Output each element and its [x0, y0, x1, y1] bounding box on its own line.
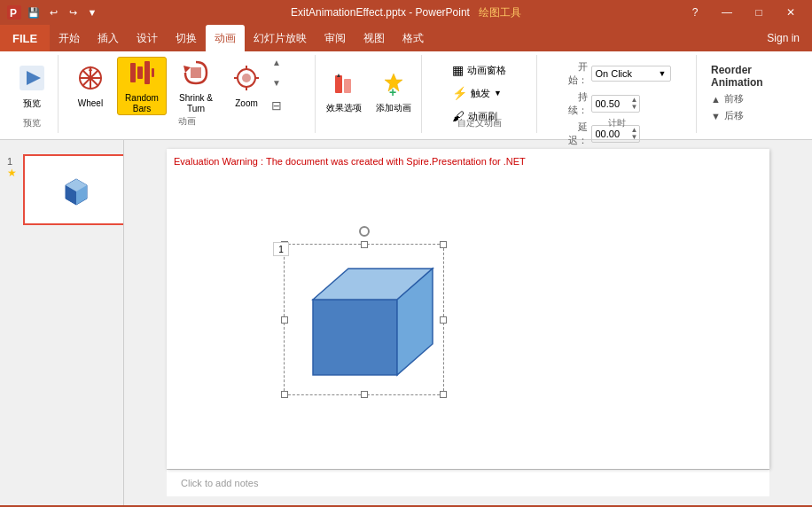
start-dropdown[interactable]: On Click ▼	[591, 66, 671, 82]
trigger-button[interactable]: ⚡ 触发 ▼	[447, 83, 511, 103]
file-menu[interactable]: FILE	[0, 25, 50, 51]
minimize-button[interactable]: —	[713, 0, 741, 25]
preview-icon	[18, 64, 46, 97]
drawing-tools-label: 绘图工具	[479, 6, 521, 19]
shrink-turn-label: Shrink & Turn	[170, 93, 222, 114]
notes-area[interactable]: Click to add notes	[167, 469, 769, 496]
menu-view[interactable]: 视图	[355, 25, 394, 51]
duration-input[interactable]	[596, 98, 631, 109]
wheel-animation-button[interactable]: Wheel	[66, 57, 115, 115]
more-animations-arrow[interactable]: ⊟	[271, 98, 282, 115]
trigger-arrow-icon: ▼	[494, 89, 502, 98]
handle-bottom-middle[interactable]	[361, 391, 368, 398]
handle-middle-right[interactable]	[440, 316, 447, 324]
shrink-turn-animation-button[interactable]: Shrink & Turn	[168, 57, 223, 115]
animation-scroll: ▲ ▼ ⊟	[271, 57, 282, 115]
help-button[interactable]: ?	[681, 0, 709, 25]
menu-insert[interactable]: 插入	[89, 25, 128, 51]
duration-down-button[interactable]: ▼	[631, 104, 638, 111]
svg-text:P: P	[10, 7, 17, 20]
animation-pane-label: 动画窗格	[467, 64, 506, 77]
start-label: 开始：	[563, 60, 588, 87]
animation-pane-button[interactable]: ▦ 动画窗格	[447, 60, 511, 80]
start-row: 开始： On Click ▼	[563, 60, 671, 87]
menu-transition[interactable]: 切换	[167, 25, 206, 51]
handle-top-middle[interactable]	[361, 241, 368, 248]
slide-thumb-cube-icon	[59, 172, 94, 207]
custom-animation-group-label: 自定义动画	[457, 117, 502, 129]
preview-button[interactable]: 预览	[9, 57, 55, 115]
menu-start[interactable]: 开始	[50, 25, 89, 51]
selection-box	[284, 244, 444, 395]
slide-thumbnail-container: 1 ★	[23, 154, 118, 225]
rotate-handle[interactable]	[359, 226, 370, 237]
move-later-button[interactable]: ▼ 后移	[711, 109, 744, 122]
main-area: 1 ★ Evaluation Warning : The document wa…	[0, 140, 812, 505]
reorder-group: Reorder Animation ▲ 前移 ▼ 后移	[697, 55, 803, 133]
zoom-animation-button[interactable]: Zoom	[225, 57, 268, 115]
duration-field[interactable]: ▲ ▼	[591, 95, 640, 113]
handle-middle-left[interactable]	[281, 316, 288, 324]
redo-icon[interactable]: ↪	[66, 5, 80, 20]
delay-label: 延迟：	[563, 121, 588, 147]
slide-number: 1	[7, 156, 12, 167]
menu-review[interactable]: 审阅	[316, 25, 355, 51]
delay-input[interactable]	[596, 129, 631, 139]
menu-animation[interactable]: 动画	[206, 25, 245, 51]
svg-rect-13	[152, 68, 154, 77]
slide-thumbnail[interactable]	[23, 154, 124, 225]
preview-label: 预览	[23, 98, 41, 109]
trigger-label: 触发	[471, 87, 490, 100]
cube-container[interactable]: 1	[291, 251, 437, 388]
move-earlier-button[interactable]: ▲ 前移	[711, 92, 744, 105]
more-icon[interactable]: ▼	[85, 5, 99, 20]
preview-group-label: 预览	[23, 117, 41, 129]
animation-group-label: 动画	[66, 115, 308, 131]
ribbon: 预览 预览	[0, 51, 812, 140]
window-controls: ? — □ ✕	[681, 0, 805, 25]
reorder-items: Reorder Animation ▲ 前移 ▼ 后移	[704, 57, 796, 122]
svg-rect-22	[335, 75, 342, 93]
title-bar-left: P 💾 ↩ ↪ ▼	[7, 5, 99, 20]
delay-down-button[interactable]: ▼	[631, 134, 638, 141]
sign-in-button[interactable]: Sign in	[754, 32, 812, 44]
zoom-icon	[232, 64, 261, 97]
move-later-label: 后移	[724, 109, 744, 122]
save-icon[interactable]: 💾	[27, 5, 41, 20]
reorder-title: Reorder Animation	[711, 64, 796, 89]
timing-group-label: 计时	[608, 117, 626, 129]
preview-group: 预览 预览	[5, 55, 59, 133]
custom-animation-group: ▦ 动画窗格 ⚡ 触发 ▼ 🖌 动画刷 自定义动画	[422, 55, 537, 133]
timing-group: 开始： On Click ▼ 持续： ▲ ▼ 延迟：	[537, 55, 697, 133]
svg-text:+: +	[389, 85, 396, 97]
move-later-icon: ▼	[711, 111, 721, 121]
close-button[interactable]: ✕	[777, 0, 805, 25]
svg-marker-14	[183, 66, 191, 73]
effect-options-button[interactable]: 效果选项	[321, 64, 367, 122]
svg-point-17	[242, 74, 251, 82]
zoom-label: Zoom	[235, 98, 258, 109]
animation-items: Wheel Random Bars	[66, 57, 308, 115]
duration-label: 持续：	[563, 90, 588, 117]
random-bars-label: Random Bars	[120, 93, 164, 114]
eval-warning: Evaluation Warning : The document was cr…	[174, 156, 526, 167]
undo-icon[interactable]: ↩	[46, 5, 60, 20]
animation-group: Wheel Random Bars	[59, 55, 316, 133]
menu-slideshow[interactable]: 幻灯片放映	[245, 25, 316, 51]
handle-bottom-left[interactable]	[281, 391, 288, 398]
filename-label: ExitAnimationEffect.pptx - PowerPoint	[291, 6, 470, 19]
svg-rect-15	[191, 67, 201, 78]
scroll-down-arrow[interactable]: ▼	[272, 77, 281, 90]
restore-button[interactable]: □	[745, 0, 773, 25]
shrink-turn-icon	[182, 58, 210, 91]
add-animation-button[interactable]: + 添加动画	[371, 64, 417, 122]
menu-format[interactable]: 格式	[394, 25, 433, 51]
menu-design[interactable]: 设计	[128, 25, 167, 51]
handle-top-right[interactable]	[440, 241, 447, 248]
move-earlier-icon: ▲	[711, 94, 721, 105]
handle-bottom-right[interactable]	[440, 391, 447, 398]
animation-number-badge: 1	[273, 242, 289, 256]
scroll-up-arrow[interactable]: ▲	[272, 57, 281, 69]
slide-canvas[interactable]: Evaluation Warning : The document was cr…	[167, 149, 769, 469]
random-bars-animation-button[interactable]: Random Bars	[117, 57, 167, 115]
